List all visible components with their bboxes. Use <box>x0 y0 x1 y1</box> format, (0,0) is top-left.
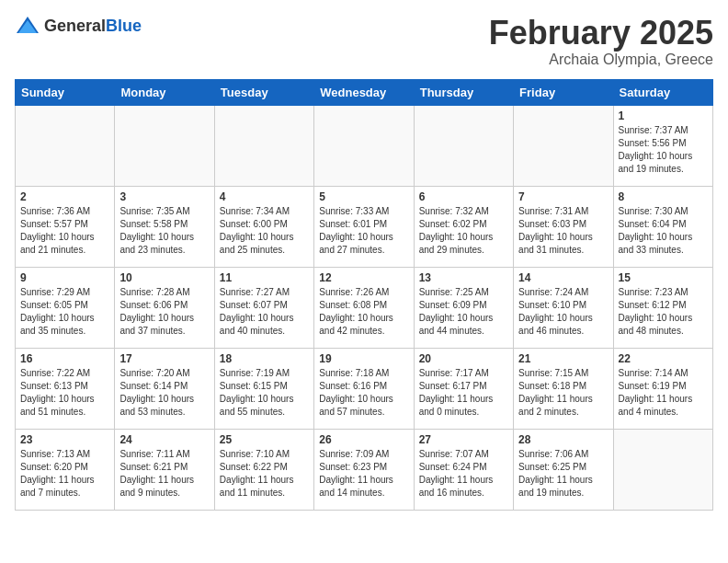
day-number: 24 <box>119 433 209 446</box>
day-info: Sunrise: 7:27 AM Sunset: 6:07 PM Dayligh… <box>220 286 309 338</box>
day-number: 20 <box>419 352 508 365</box>
day-number: 22 <box>619 352 708 365</box>
day-info: Sunrise: 7:35 AM Sunset: 5:58 PM Dayligh… <box>119 205 209 257</box>
day-number: 2 <box>20 190 109 203</box>
day-info: Sunrise: 7:15 AM Sunset: 6:18 PM Dayligh… <box>518 367 608 419</box>
calendar-cell: 18Sunrise: 7:19 AM Sunset: 6:15 PM Dayli… <box>214 348 313 429</box>
logo: GeneralBlue <box>15 15 142 37</box>
day-info: Sunrise: 7:33 AM Sunset: 6:01 PM Dayligh… <box>319 205 408 257</box>
calendar-cell: 27Sunrise: 7:07 AM Sunset: 6:24 PM Dayli… <box>414 429 513 510</box>
calendar-cell <box>514 105 613 186</box>
day-info: Sunrise: 7:34 AM Sunset: 6:00 PM Dayligh… <box>220 205 309 257</box>
day-info: Sunrise: 7:18 AM Sunset: 6:16 PM Dayligh… <box>319 367 408 419</box>
calendar-cell <box>115 105 214 186</box>
calendar-cell: 6Sunrise: 7:32 AM Sunset: 6:02 PM Daylig… <box>414 186 513 267</box>
weekday-header: Saturday <box>613 79 712 105</box>
day-number: 27 <box>419 433 508 446</box>
day-number: 1 <box>619 109 708 122</box>
calendar-cell: 11Sunrise: 7:27 AM Sunset: 6:07 PM Dayli… <box>214 267 313 348</box>
calendar-cell <box>314 105 414 186</box>
calendar-header-row: SundayMondayTuesdayWednesdayThursdayFrid… <box>16 79 713 105</box>
calendar-cell: 24Sunrise: 7:11 AM Sunset: 6:21 PM Dayli… <box>115 429 214 510</box>
day-number: 28 <box>518 433 608 446</box>
day-number: 25 <box>220 433 309 446</box>
day-info: Sunrise: 7:06 AM Sunset: 6:25 PM Dayligh… <box>518 448 608 500</box>
day-info: Sunrise: 7:11 AM Sunset: 6:21 PM Dayligh… <box>119 448 209 500</box>
day-number: 18 <box>220 352 309 365</box>
day-number: 13 <box>419 271 508 284</box>
day-number: 6 <box>419 190 508 203</box>
calendar-location: Archaia Olympia, Greece <box>489 52 713 68</box>
calendar-week-row: 16Sunrise: 7:22 AM Sunset: 6:13 PM Dayli… <box>16 348 713 429</box>
day-number: 16 <box>20 352 109 365</box>
day-info: Sunrise: 7:32 AM Sunset: 6:02 PM Dayligh… <box>419 205 508 257</box>
day-number: 8 <box>619 190 708 203</box>
day-info: Sunrise: 7:22 AM Sunset: 6:13 PM Dayligh… <box>20 367 109 419</box>
calendar-cell: 9Sunrise: 7:29 AM Sunset: 6:05 PM Daylig… <box>16 267 115 348</box>
day-info: Sunrise: 7:36 AM Sunset: 5:57 PM Dayligh… <box>20 205 109 257</box>
weekday-header: Thursday <box>414 79 513 105</box>
calendar-cell: 1Sunrise: 7:37 AM Sunset: 5:56 PM Daylig… <box>613 105 712 186</box>
logo-icon <box>15 15 40 37</box>
day-number: 17 <box>119 352 209 365</box>
calendar-cell: 5Sunrise: 7:33 AM Sunset: 6:01 PM Daylig… <box>314 186 414 267</box>
day-number: 23 <box>20 433 109 446</box>
day-info: Sunrise: 7:26 AM Sunset: 6:08 PM Dayligh… <box>319 286 408 338</box>
calendar-cell: 13Sunrise: 7:25 AM Sunset: 6:09 PM Dayli… <box>414 267 513 348</box>
page-header: GeneralBlue February 2025 Archaia Olympi… <box>15 15 713 68</box>
day-info: Sunrise: 7:14 AM Sunset: 6:19 PM Dayligh… <box>619 367 708 419</box>
calendar-title: February 2025 <box>489 15 713 52</box>
weekday-header: Sunday <box>16 79 115 105</box>
calendar-cell: 20Sunrise: 7:17 AM Sunset: 6:17 PM Dayli… <box>414 348 513 429</box>
day-number: 26 <box>319 433 408 446</box>
weekday-header: Wednesday <box>314 79 414 105</box>
day-info: Sunrise: 7:10 AM Sunset: 6:22 PM Dayligh… <box>220 448 309 500</box>
calendar-cell: 23Sunrise: 7:13 AM Sunset: 6:20 PM Dayli… <box>16 429 115 510</box>
day-info: Sunrise: 7:31 AM Sunset: 6:03 PM Dayligh… <box>518 205 608 257</box>
logo-general-text: General <box>44 17 106 35</box>
weekday-header: Monday <box>115 79 214 105</box>
calendar-week-row: 9Sunrise: 7:29 AM Sunset: 6:05 PM Daylig… <box>16 267 713 348</box>
calendar-cell: 19Sunrise: 7:18 AM Sunset: 6:16 PM Dayli… <box>314 348 414 429</box>
calendar-cell <box>214 105 313 186</box>
weekday-header: Tuesday <box>214 79 313 105</box>
day-number: 7 <box>518 190 608 203</box>
title-block: February 2025 Archaia Olympia, Greece <box>489 15 713 68</box>
day-info: Sunrise: 7:24 AM Sunset: 6:10 PM Dayligh… <box>518 286 608 338</box>
day-info: Sunrise: 7:29 AM Sunset: 6:05 PM Dayligh… <box>20 286 109 338</box>
day-info: Sunrise: 7:37 AM Sunset: 5:56 PM Dayligh… <box>619 124 708 176</box>
day-info: Sunrise: 7:09 AM Sunset: 6:23 PM Dayligh… <box>319 448 408 500</box>
calendar-cell <box>16 105 115 186</box>
weekday-header: Friday <box>514 79 613 105</box>
day-info: Sunrise: 7:28 AM Sunset: 6:06 PM Dayligh… <box>119 286 209 338</box>
calendar-cell: 22Sunrise: 7:14 AM Sunset: 6:19 PM Dayli… <box>613 348 712 429</box>
day-number: 15 <box>619 271 708 284</box>
day-number: 12 <box>319 271 408 284</box>
calendar-cell <box>414 105 513 186</box>
calendar-cell: 15Sunrise: 7:23 AM Sunset: 6:12 PM Dayli… <box>613 267 712 348</box>
day-number: 11 <box>220 271 309 284</box>
day-info: Sunrise: 7:17 AM Sunset: 6:17 PM Dayligh… <box>419 367 508 419</box>
calendar-cell: 2Sunrise: 7:36 AM Sunset: 5:57 PM Daylig… <box>16 186 115 267</box>
day-info: Sunrise: 7:23 AM Sunset: 6:12 PM Dayligh… <box>619 286 708 338</box>
day-info: Sunrise: 7:20 AM Sunset: 6:14 PM Dayligh… <box>119 367 209 419</box>
day-number: 9 <box>20 271 109 284</box>
day-number: 4 <box>220 190 309 203</box>
calendar-cell: 4Sunrise: 7:34 AM Sunset: 6:00 PM Daylig… <box>214 186 313 267</box>
day-number: 21 <box>518 352 608 365</box>
calendar-cell: 16Sunrise: 7:22 AM Sunset: 6:13 PM Dayli… <box>16 348 115 429</box>
logo-blue-text: Blue <box>106 17 142 35</box>
day-info: Sunrise: 7:30 AM Sunset: 6:04 PM Dayligh… <box>619 205 708 257</box>
day-info: Sunrise: 7:07 AM Sunset: 6:24 PM Dayligh… <box>419 448 508 500</box>
calendar-cell: 25Sunrise: 7:10 AM Sunset: 6:22 PM Dayli… <box>214 429 313 510</box>
day-number: 14 <box>518 271 608 284</box>
calendar-cell: 3Sunrise: 7:35 AM Sunset: 5:58 PM Daylig… <box>115 186 214 267</box>
calendar-cell: 8Sunrise: 7:30 AM Sunset: 6:04 PM Daylig… <box>613 186 712 267</box>
calendar-week-row: 23Sunrise: 7:13 AM Sunset: 6:20 PM Dayli… <box>16 429 713 510</box>
calendar-cell: 7Sunrise: 7:31 AM Sunset: 6:03 PM Daylig… <box>514 186 613 267</box>
day-number: 5 <box>319 190 408 203</box>
day-info: Sunrise: 7:13 AM Sunset: 6:20 PM Dayligh… <box>20 448 109 500</box>
calendar-week-row: 1Sunrise: 7:37 AM Sunset: 5:56 PM Daylig… <box>16 105 713 186</box>
day-number: 10 <box>119 271 209 284</box>
calendar-table: SundayMondayTuesdayWednesdayThursdayFrid… <box>15 79 713 511</box>
